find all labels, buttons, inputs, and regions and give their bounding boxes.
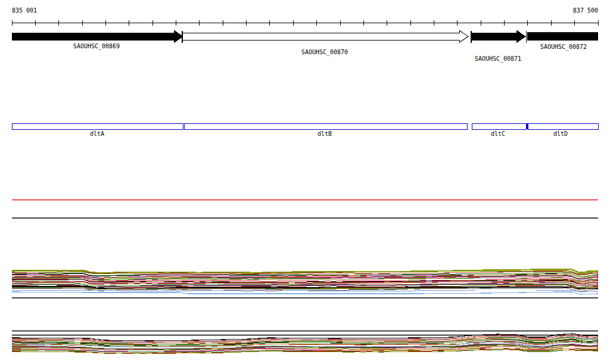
gene-name-label-dltA: dltA [90,130,104,137]
ruler-track [12,20,598,26]
gene-arrow-SAOUHSC_00870[interactable] [182,30,468,43]
dlt-gene-box-dltC[interactable] [472,123,526,129]
dlt-gene-box-dltA[interactable] [12,123,183,129]
gene-label-saouhsc-00869: SAOUHSC_00869 [73,43,120,49]
gene-arrow-SAOUHSC_00869[interactable] [12,30,183,43]
gene-label-saouhsc-00872: SAOUHSC_00872 [540,43,587,50]
gene-name-label-dltD: dltD [553,130,568,137]
divider-lines [12,200,598,335]
gene-arrow-track [12,30,598,43]
gene-name-label-dltC: dltC [491,130,505,137]
gene-label-saouhsc-00871: SAOUHSC_00871 [475,55,521,62]
gene-label-saouhsc-00870: SAOUHSC_00870 [301,49,348,55]
light-blue-trace [12,292,598,294]
periwinkle-trace [12,290,598,292]
dlt-gene-box-dltB[interactable] [184,123,467,129]
gene-arrow-SAOUHSC_00871[interactable] [471,30,525,43]
coordinate-end-label: 837 500 [573,7,598,14]
dlt-gene-box-dltD[interactable] [528,123,598,129]
genome-browser-view: 835 001 837 500 SAOUHSC_00869 SAOUHSC_00… [0,0,610,364]
dlt-box-track [12,123,598,129]
coordinate-start-label: 835 001 [12,7,37,14]
dlt-gene-divider [526,123,528,129]
gene-box-SAOUHSC_00872[interactable] [527,32,598,41]
gene-name-label-dltB: dltB [318,130,332,137]
